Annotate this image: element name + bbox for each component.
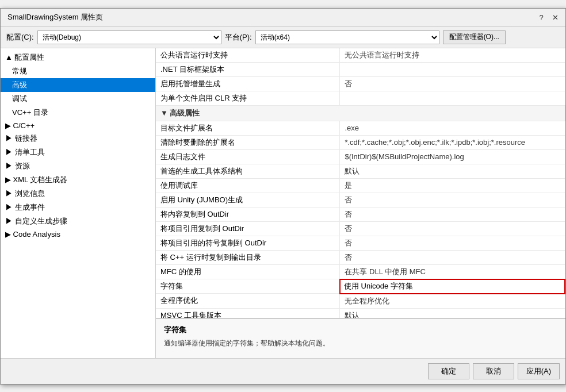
table-row: 目标文件扩展名.exe	[156, 121, 565, 135]
table-row[interactable]: ▼ 高级属性	[156, 105, 565, 121]
table-row: 清除时要删除的扩展名*.cdf;*.cache;*.obj;*.obj.enc;…	[156, 135, 565, 149]
table-row: 使用调试库是	[156, 178, 565, 193]
tree-item[interactable]: ▶ XML 文档生成器	[1, 173, 155, 187]
table-row: 启用托管增量生成否	[156, 76, 565, 91]
props-table: 公共语言运行时支持无公共语言运行时支持.NET 目标框架版本启用托管增量生成否为…	[156, 48, 565, 318]
tree-item[interactable]: 高级	[1, 78, 155, 92]
table-row: .NET 目标框架版本	[156, 62, 565, 76]
tree-panel: ▲ 配置属性常规高级调试VC++ 目录▶ C/C++▶ 链接器▶ 清单工具▶ 资…	[1, 48, 156, 358]
main-content: ▲ 配置属性常规高级调试VC++ 目录▶ C/C++▶ 链接器▶ 清单工具▶ 资…	[1, 48, 565, 358]
tree-item[interactable]: ▶ 清单工具	[1, 145, 155, 159]
table-row: 将项目引用复制到 OutDir否	[156, 221, 565, 236]
close-button[interactable]: ✕	[549, 11, 561, 23]
platform-dropdown[interactable]: 活动(x64)	[255, 30, 439, 44]
tree-item[interactable]: ▶ 自定义生成步骤	[1, 214, 155, 228]
config-label: 配置(C):	[6, 32, 34, 43]
cancel-button[interactable]: 取消	[473, 363, 514, 379]
table-row: 公共语言运行时支持无公共语言运行时支持	[156, 48, 565, 63]
dialog-title: SmallDrawingSystem 属性页	[7, 12, 103, 22]
table-row: 将 C++ 运行时复制到输出目录否	[156, 250, 565, 264]
tree-item[interactable]: ▶ Code Analysis	[1, 228, 155, 240]
description-text: 通知编译器使用指定的字符集；帮助解决本地化问题。	[164, 339, 557, 348]
description-title: 字符集	[164, 325, 557, 335]
tree-item[interactable]: ▶ 链接器	[1, 132, 155, 145]
platform-label: 平台(P):	[225, 32, 252, 43]
ok-button[interactable]: 确定	[428, 363, 469, 379]
table-row: 字符集使用 Unicode 字符集	[156, 279, 565, 294]
table-row: 为单个文件启用 CLR 支持	[156, 91, 565, 105]
table-row: MSVC 工具集版本默认	[156, 308, 565, 318]
config-manager-button[interactable]: 配置管理器(O)...	[443, 30, 506, 44]
title-bar-controls: ? ✕	[536, 11, 561, 23]
table-row: 将项目引用的符号复制到 OutDir否	[156, 236, 565, 250]
tree-item[interactable]: ▶ 资源	[1, 159, 155, 173]
table-row: 将内容复制到 OutDir否	[156, 207, 565, 221]
props-panel: 公共语言运行时支持无公共语言运行时支持.NET 目标框架版本启用托管增量生成否为…	[156, 48, 565, 318]
tree-item[interactable]: 调试	[1, 92, 155, 106]
table-row: 启用 Unity (JUMBO)生成否	[156, 193, 565, 207]
apply-button[interactable]: 应用(A)	[518, 363, 560, 379]
config-dropdown[interactable]: 活动(Debug)	[37, 30, 221, 44]
title-bar: SmallDrawingSystem 属性页 ? ✕	[1, 9, 565, 27]
table-row: MFC 的使用在共享 DLL 中使用 MFC	[156, 264, 565, 279]
tree-item[interactable]: ▶ 生成事件	[1, 201, 155, 214]
dialog: SmallDrawingSystem 属性页 ? ✕ 配置(C): 活动(Deb…	[0, 8, 566, 385]
tree-item[interactable]: ▲ 配置属性	[1, 51, 155, 64]
table-row: 首选的生成工具体系结构默认	[156, 164, 565, 178]
tree-item[interactable]: 常规	[1, 64, 155, 78]
right-panel: 公共语言运行时支持无公共语言运行时支持.NET 目标框架版本启用托管增量生成否为…	[156, 48, 565, 358]
table-row: 全程序优化无全程序优化	[156, 294, 565, 309]
footer: 确定 取消 应用(A)	[1, 358, 565, 384]
toolbar-row: 配置(C): 活动(Debug) 平台(P): 活动(x64) 配置管理器(O)…	[1, 27, 565, 48]
description-panel: 字符集 通知编译器使用指定的字符集；帮助解决本地化问题。	[156, 318, 565, 358]
tree-item[interactable]: VC++ 目录	[1, 106, 155, 120]
tree-item[interactable]: ▶ C/C++	[1, 120, 155, 132]
tree-item[interactable]: ▶ 浏览信息	[1, 187, 155, 201]
table-row: 生成日志文件$(IntDir)$(MSBuildProjectName).log	[156, 149, 565, 164]
help-button[interactable]: ?	[536, 11, 547, 23]
